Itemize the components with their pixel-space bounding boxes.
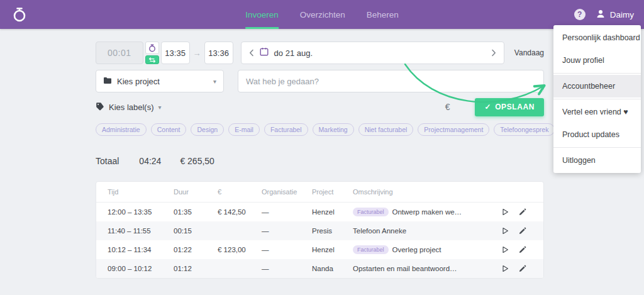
totals-label: Totaal bbox=[96, 156, 119, 166]
date-picker: do 21 aug. bbox=[241, 42, 504, 64]
project-select[interactable]: Kies project ▾ bbox=[96, 70, 224, 92]
keeping-logo-icon[interactable] bbox=[10, 5, 29, 24]
play-button[interactable] bbox=[497, 265, 513, 272]
labels-select[interactable]: Kies label(s) ▾ bbox=[96, 102, 162, 113]
cell-duur: 01:35 bbox=[174, 208, 218, 216]
menu-item-uitloggen[interactable]: Uitloggen bbox=[553, 149, 641, 172]
label-chip-email[interactable]: E-mail bbox=[228, 123, 260, 136]
cell-organisatie: — bbox=[262, 208, 312, 216]
cell-organisatie: — bbox=[262, 246, 312, 253]
menu-divider bbox=[553, 99, 641, 99]
label-chip-design[interactable]: Design bbox=[191, 123, 224, 136]
totals-bar: Totaal 04:24 € 265,50 bbox=[96, 156, 544, 166]
menu-divider bbox=[553, 73, 641, 74]
cell-project: Henzel bbox=[312, 246, 353, 253]
cell-bedrag: € 142,50 bbox=[218, 208, 262, 216]
cell-organisatie: — bbox=[262, 227, 312, 235]
project-select-label: Kies project bbox=[117, 77, 160, 86]
menu-item-accountbeheer[interactable]: Accountbeheer bbox=[553, 75, 641, 97]
tab-overzichten[interactable]: Overzichten bbox=[300, 0, 345, 29]
range-mode-button[interactable] bbox=[145, 55, 159, 64]
today-link[interactable]: Vandaag bbox=[514, 48, 544, 57]
cell-bedrag: € 123,00 bbox=[218, 246, 262, 253]
cell-tijd: 11:40 – 11:55 bbox=[108, 227, 174, 235]
omschrijving-text: Ontwerp maken we… bbox=[392, 208, 462, 216]
label-suggestions: Administratie Content Design E-mail Fact… bbox=[96, 123, 544, 136]
app-header: Invoeren Overzichten Beheren ? Daimy bbox=[0, 0, 644, 29]
currency-symbol: € bbox=[445, 102, 450, 112]
total-amount: € 265,50 bbox=[180, 156, 214, 166]
cell-tijd: 09:00 – 10:12 bbox=[108, 265, 174, 272]
cell-duur: 01:22 bbox=[174, 246, 218, 253]
main-nav: Invoeren Overzichten Beheren bbox=[245, 0, 399, 29]
timer-row: 00:01 → bbox=[96, 42, 544, 64]
label-chip-niet-facturabel[interactable]: Niet facturabel bbox=[358, 123, 414, 136]
play-button[interactable] bbox=[497, 246, 513, 253]
cell-organisatie: — bbox=[262, 265, 312, 272]
cell-tijd: 12:00 – 13:35 bbox=[108, 208, 174, 216]
swap-arrows-icon bbox=[148, 57, 156, 63]
label-chip-administratie[interactable]: Administratie bbox=[96, 123, 147, 136]
header-euro: € bbox=[218, 188, 262, 196]
chevron-down-icon: ▾ bbox=[213, 78, 216, 85]
edit-button[interactable] bbox=[513, 227, 532, 235]
play-button[interactable] bbox=[497, 227, 513, 235]
table-header-row: Tijd Duur € Organisatie Project Omschrij… bbox=[96, 182, 543, 203]
table-body: 12:00 – 13:35 01:35 € 142,50 — Henzel Fa… bbox=[96, 203, 543, 278]
calendar-icon[interactable] bbox=[260, 47, 269, 58]
cell-duur: 01:12 bbox=[174, 265, 218, 272]
end-time-input[interactable] bbox=[204, 42, 233, 64]
menu-item-vertel-een-vriend[interactable]: Vertel een vriend ♥ bbox=[553, 101, 641, 123]
user-menu-button[interactable]: Daimy bbox=[596, 9, 634, 21]
total-duration: 04:24 bbox=[139, 156, 161, 166]
table-row[interactable]: 09:00 – 10:12 01:12 — Nanda Opstarten en… bbox=[96, 259, 543, 278]
label-chip-marketing[interactable]: Marketing bbox=[313, 123, 354, 136]
table-row[interactable]: 12:00 – 13:35 01:35 € 142,50 — Henzel Fa… bbox=[96, 203, 543, 221]
start-time-input[interactable] bbox=[161, 42, 190, 64]
cell-omschrijving: Facturabel Overleg project bbox=[353, 245, 497, 254]
next-day-button[interactable] bbox=[491, 49, 496, 57]
omschrijving-text: Opstarten en mail beantwoord… bbox=[353, 265, 457, 272]
menu-item-product-updates[interactable]: Product updates bbox=[553, 123, 641, 146]
label-chip-projectmanagement[interactable]: Projectmanagement bbox=[418, 123, 489, 136]
header-omschrijving: Omschrijving bbox=[353, 188, 497, 196]
chevron-down-icon: ▾ bbox=[158, 104, 162, 111]
timer-mode-toggle bbox=[145, 42, 159, 64]
menu-divider bbox=[553, 147, 641, 148]
table-row[interactable]: 11:40 – 11:55 00:15 — Presis Telefoon An… bbox=[96, 221, 543, 240]
save-button[interactable]: ✓ OPSLAAN bbox=[475, 98, 544, 116]
facturabel-chip: Facturabel bbox=[353, 208, 389, 216]
header-organisatie: Organisatie bbox=[262, 188, 312, 196]
user-dropdown-menu: Persoonlijk dashboard Jouw profiel Accou… bbox=[553, 25, 641, 173]
entry-row: Kies project ▾ bbox=[96, 70, 544, 92]
time-range-arrow: → bbox=[193, 48, 201, 58]
cell-project: Nanda bbox=[312, 265, 353, 272]
menu-item-persoonlijk-dashboard[interactable]: Persoonlijk dashboard bbox=[553, 26, 641, 49]
header-duur: Duur bbox=[174, 188, 218, 196]
tag-icon bbox=[96, 102, 104, 113]
labels-select-label: Kies label(s) bbox=[109, 103, 154, 112]
selected-date[interactable]: do 21 aug. bbox=[274, 48, 313, 58]
tab-beheren[interactable]: Beheren bbox=[367, 0, 399, 29]
omschrijving-text: Telefoon Anneke bbox=[353, 227, 406, 235]
label-chip-telefoongesprek[interactable]: Telefoongesprek bbox=[494, 123, 555, 136]
cell-omschrijving: Opstarten en mail beantwoord… bbox=[353, 265, 497, 272]
time-entries-table: Tijd Duur € Organisatie Project Omschrij… bbox=[96, 181, 544, 279]
label-chip-facturabel[interactable]: Facturabel bbox=[264, 123, 308, 136]
edit-button[interactable] bbox=[513, 246, 532, 253]
header-project: Project bbox=[312, 188, 353, 196]
cell-project: Presis bbox=[312, 227, 353, 235]
description-input[interactable] bbox=[238, 70, 544, 92]
play-button[interactable] bbox=[497, 208, 513, 216]
menu-item-jouw-profiel[interactable]: Jouw profiel bbox=[553, 49, 641, 72]
help-icon[interactable]: ? bbox=[574, 9, 586, 20]
tab-invoeren[interactable]: Invoeren bbox=[245, 0, 279, 29]
stopwatch-mode-button[interactable] bbox=[145, 42, 159, 54]
table-row[interactable]: 10:12 – 11:34 01:22 € 123,00 — Henzel Fa… bbox=[96, 240, 543, 259]
previous-day-button[interactable] bbox=[249, 49, 254, 57]
label-chip-content[interactable]: Content bbox=[151, 123, 187, 136]
edit-button[interactable] bbox=[513, 208, 532, 216]
check-icon: ✓ bbox=[484, 103, 491, 111]
save-button-label: OPSLAAN bbox=[495, 103, 535, 111]
edit-button[interactable] bbox=[513, 265, 532, 272]
